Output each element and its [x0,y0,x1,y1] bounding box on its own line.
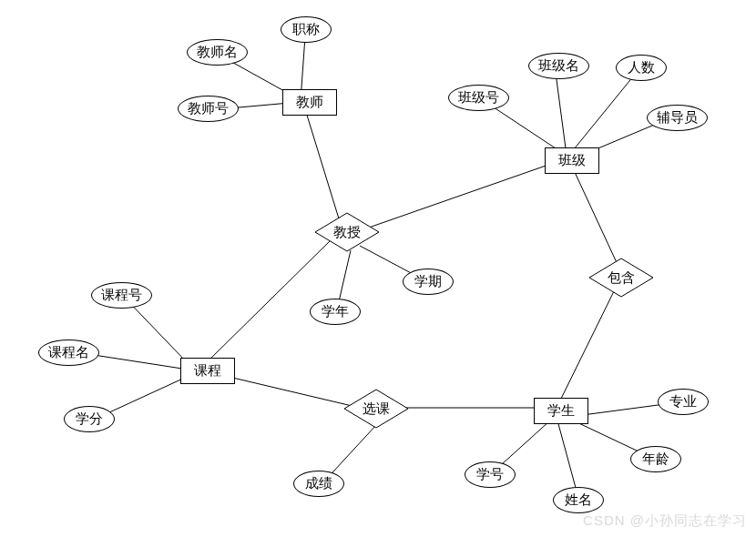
attr-course-id: 课程号 [91,282,152,309]
attr-age: 年龄 [630,446,681,472]
attr-class-name: 班级名 [528,53,589,79]
attr-semester: 学期 [403,268,454,295]
attr-student-name: 姓名 [553,487,604,513]
attr-course-name: 课程名 [38,339,99,366]
rel-contains-label: 包含 [608,269,635,287]
attr-teacher-name: 教师名 [187,39,248,66]
entity-course: 课程 [180,358,235,384]
rel-enrolls: 选课 [343,389,409,429]
attr-class-id: 班级号 [448,85,509,111]
svg-line-3 [305,109,342,228]
attr-year: 学年 [310,299,361,325]
entity-teacher: 教师 [282,89,337,116]
attr-headcount: 人数 [616,55,667,81]
rel-contains: 包含 [588,258,654,298]
attr-teacher-id: 教师号 [178,96,239,122]
watermark: CSDN @小孙同志在学习 [583,512,747,530]
attr-advisor: 辅导员 [647,105,708,131]
svg-line-6 [574,71,638,149]
attr-student-id: 学号 [465,461,516,488]
rel-enrolls-label: 选课 [363,400,390,418]
svg-line-5 [556,73,566,148]
entity-class: 班级 [545,147,599,174]
attr-title: 职称 [281,16,332,43]
attr-major: 专业 [658,389,709,415]
rel-teaches-label: 教授 [333,224,361,241]
attr-credit: 学分 [64,406,115,432]
svg-line-12 [205,238,332,364]
attr-grade: 成绩 [293,471,344,497]
rel-teaches: 教授 [314,212,380,252]
